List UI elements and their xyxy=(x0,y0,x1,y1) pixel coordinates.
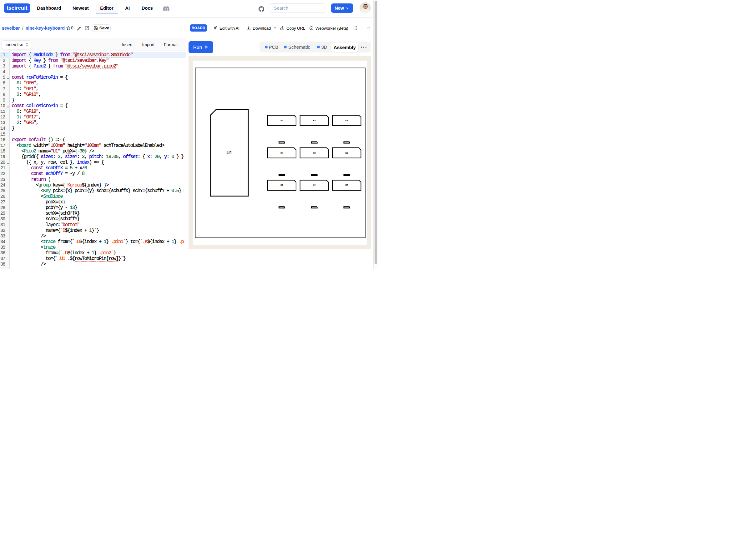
svg-text:K2: K2 xyxy=(313,184,316,186)
svg-text:K8: K8 xyxy=(313,119,316,121)
svg-text:K3: K3 xyxy=(345,184,348,186)
svg-text:K9: K9 xyxy=(345,119,348,121)
svg-text:K5: K5 xyxy=(313,151,316,154)
svg-text:U1: U1 xyxy=(226,150,232,155)
svg-text:K7: K7 xyxy=(280,119,283,121)
svg-text:K4: K4 xyxy=(280,151,283,154)
svg-text:K1: K1 xyxy=(280,184,283,186)
svg-text:K6: K6 xyxy=(345,151,348,154)
